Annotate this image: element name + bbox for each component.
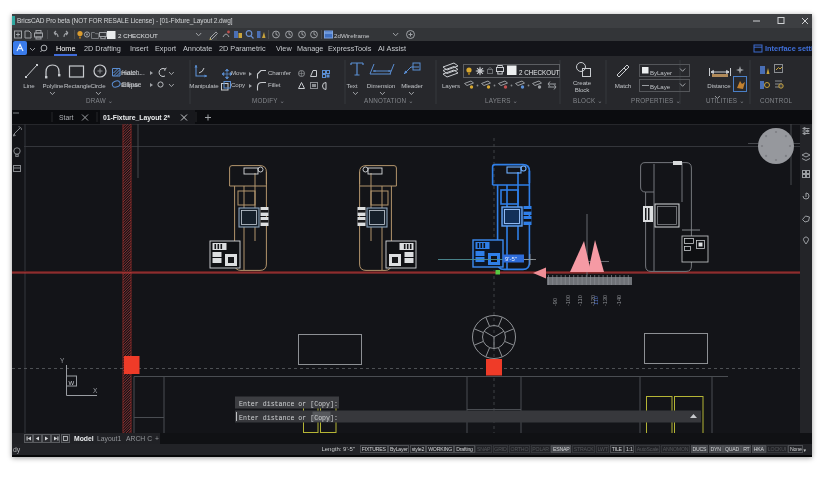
svg-text:Enter distance or [Copy]:: Enter distance or [Copy]: <box>239 401 338 408</box>
svg-text:-130: -130 <box>602 295 608 306</box>
svg-text:X: X <box>93 387 98 394</box>
svg-text:-140: -140 <box>616 295 622 306</box>
svg-text:Y: Y <box>60 357 65 364</box>
svg-text:-90: -90 <box>552 298 558 306</box>
svg-text:-110: -110 <box>577 295 583 306</box>
svg-text:110: 110 <box>593 296 599 305</box>
svg-text:W: W <box>69 380 75 386</box>
svg-text:Enter distance or [Copy]:: Enter distance or [Copy]: <box>239 415 338 422</box>
svg-text:9'-5": 9'-5" <box>505 256 517 262</box>
svg-text:-100: -100 <box>565 295 571 306</box>
